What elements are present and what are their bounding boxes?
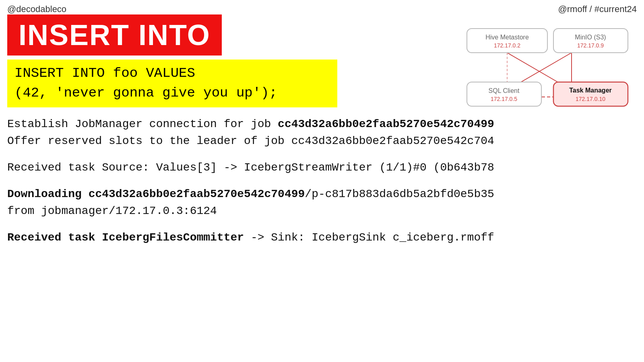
log-line-1: Establish JobManager connection for job … [7,116,644,133]
svg-text:MinIO (S3): MinIO (S3) [575,34,606,41]
svg-text:Hive Metastore: Hive Metastore [485,34,529,41]
log-line-2: Offer reserved slots to the leader of jo… [7,133,644,150]
top-left-handle: @decodableco [7,4,66,14]
svg-text:SQL Client: SQL Client [489,87,520,94]
svg-text:172.17.0.2: 172.17.0.2 [494,42,520,49]
svg-rect-5 [467,29,547,53]
log-area: Establish JobManager connection for job … [7,116,644,246]
svg-text:172.17.0.5: 172.17.0.5 [491,96,517,102]
architecture-diagram: Hive Metastore 172.17.0.2 MinIO (S3) 172… [411,14,636,119]
svg-text:Task Manager: Task Manager [569,87,612,94]
top-right-handle: @rmoff / #current24 [558,4,637,14]
svg-rect-8 [553,29,628,53]
svg-rect-11 [467,82,541,106]
svg-text:172.17.0.10: 172.17.0.10 [576,96,605,102]
code-block: INSERT INTO foo VALUES (42, 'never gonna… [7,60,337,107]
log-line-3: Received task Source: Values[3] -> Icebe… [7,159,644,176]
code-content: INSERT INTO foo VALUES (42, 'never gonna… [14,64,330,103]
insert-banner-text: INSERT INTO [19,19,211,51]
log-line-6: Received task IcebergFilesCommitter -> S… [7,229,644,246]
log-line-4: Downloading cc43d32a6bb0e2faab5270e542c7… [7,186,644,203]
svg-rect-14 [553,82,628,106]
svg-text:172.17.0.9: 172.17.0.9 [577,42,604,49]
log-line-5: from jobmanager/172.17.0.3:6124 [7,203,644,220]
insert-banner: INSERT INTO [7,14,222,56]
